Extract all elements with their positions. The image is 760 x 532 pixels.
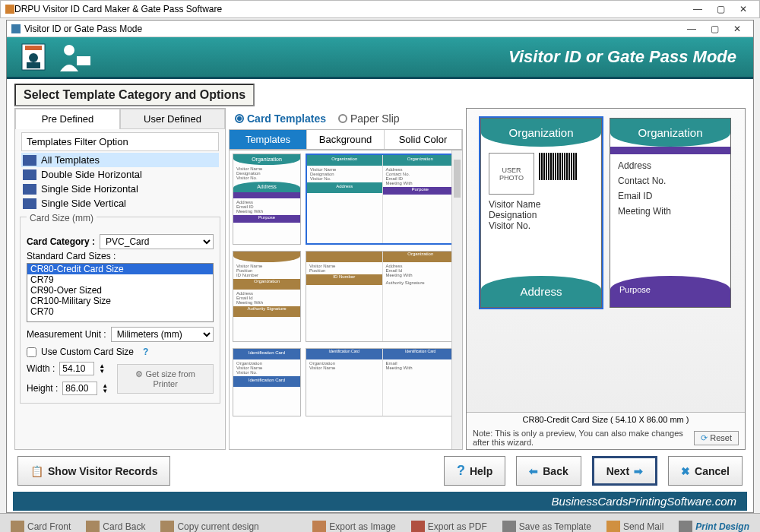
midtab-background[interactable]: Background <box>307 130 385 149</box>
height-spinner[interactable]: ▲▼ <box>102 383 108 394</box>
export-pdf-tool[interactable]: Export as PDF <box>405 519 493 533</box>
template-thumb-5[interactable]: Identification Card OrganizationVisitor … <box>233 348 301 416</box>
middle-panel: Card Templates Paper Slip Templates Back… <box>229 108 463 450</box>
svg-rect-5 <box>77 56 90 65</box>
guard-icon <box>54 41 92 73</box>
url-strip: BusinessCardsPrintingSoftware.com <box>13 492 747 511</box>
radio-card-templates[interactable]: Card Templates <box>235 112 326 125</box>
titlebar-outer: DRPU Visitor ID Card Maker & Gate Pass S… <box>0 0 760 18</box>
cancel-button[interactable]: ✖Cancel <box>668 456 743 486</box>
send-mail-tool[interactable]: Send Mail <box>600 519 670 533</box>
back-button[interactable]: ⬅Back <box>516 456 581 486</box>
show-visitor-records-button[interactable]: 📋Show Visitor Records <box>17 456 170 486</box>
template-icon <box>23 155 36 166</box>
help-icon[interactable]: ? <box>143 347 148 357</box>
subwindow-titlebar: Visitor ID or Gate Pass Mode — ▢ ✕ <box>7 21 753 37</box>
sub-close-button[interactable]: ✕ <box>726 24 749 34</box>
size-cr79[interactable]: CR79 <box>27 274 213 285</box>
size-cr70[interactable]: CR70 <box>27 306 213 317</box>
subwindow-icon <box>11 24 21 33</box>
card-size-fieldset: Card Size (mm) Card Category : PVC_Card … <box>20 217 220 404</box>
preview-canvas: Organization USER PHOTO Visitor Name Des… <box>467 109 745 412</box>
width-label: Width : <box>27 363 55 374</box>
mail-icon <box>606 521 620 533</box>
next-button[interactable]: Next➡ <box>592 456 657 486</box>
size-cr80[interactable]: CR80-Credit Card Size <box>27 264 213 274</box>
card-front-icon <box>11 521 24 533</box>
thumbnails-scrollbar[interactable] <box>451 150 462 449</box>
svg-point-2 <box>29 53 38 62</box>
size-cr100[interactable]: CR100-Military Size <box>27 296 213 306</box>
size-cr90[interactable]: CR90-Over Sized <box>27 285 213 296</box>
card-category-label: Card Category : <box>27 236 95 247</box>
svg-point-4 <box>64 45 74 55</box>
height-input[interactable] <box>62 382 97 395</box>
cross-icon: ✖ <box>681 465 690 477</box>
template-icon <box>23 184 36 195</box>
copy-design-tool[interactable]: Copy current design <box>154 519 264 533</box>
template-thumb-2[interactable]: OrganizationVisitor NameDesignationVisit… <box>306 154 459 245</box>
minimize-button[interactable]: — <box>686 4 709 14</box>
card-category-select[interactable]: PVC_Card <box>100 234 214 249</box>
left-panel: Pre Defined User Defined Templates Filte… <box>14 108 226 450</box>
custom-size-label: Use Custom Card Size <box>41 347 134 357</box>
card-back-icon <box>86 521 100 533</box>
filter-single-side-v[interactable]: Single Side Vertical <box>21 196 219 211</box>
preview-note: Note: This is only a preview, You can al… <box>473 429 694 447</box>
preview-card-front[interactable]: Organization USER PHOTO Visitor Name Des… <box>480 118 602 308</box>
banner-title: Visitor ID or Gate Pass Mode <box>92 47 744 67</box>
template-thumb-4[interactable]: Visitor NamePositionID Number Organizati… <box>306 251 459 342</box>
get-size-button[interactable]: ⚙ Get size from Printer <box>117 364 214 394</box>
unit-label: Measurement Unit : <box>27 329 106 340</box>
sub-minimize-button[interactable]: — <box>680 24 703 34</box>
maximize-button[interactable]: ▢ <box>709 4 732 14</box>
contact-field: Contact No. <box>618 176 723 186</box>
arrow-left-icon: ⬅ <box>529 465 538 477</box>
preview-card-back[interactable]: Organization Address Contact No. Email I… <box>610 118 731 308</box>
width-spinner[interactable]: ▲▼ <box>99 363 105 374</box>
banner: Visitor ID or Gate Pass Mode <box>7 37 753 79</box>
reset-button[interactable]: ⟳Reset <box>694 431 739 445</box>
records-icon: 📋 <box>30 465 43 477</box>
help-button[interactable]: ?Help <box>444 456 505 486</box>
card-front-header: Organization <box>481 119 601 147</box>
print-design-tool[interactable]: Print Design <box>673 519 755 533</box>
standard-sizes-listbox[interactable]: CR80-Credit Card Size CR79 CR90-Over Siz… <box>27 263 214 322</box>
filter-single-side-h[interactable]: Single Side Horizontal <box>21 182 219 196</box>
template-thumb-1[interactable]: Organization Visitor NameDesignationVisi… <box>233 154 301 245</box>
width-input[interactable] <box>59 362 94 375</box>
template-thumb-3[interactable]: Visitor NamePositionID Number Organizati… <box>233 251 301 342</box>
filter-all-templates[interactable]: All Templates <box>21 153 219 167</box>
midtab-templates[interactable]: Templates <box>230 130 307 149</box>
arrow-right-icon: ➡ <box>634 465 643 477</box>
close-button[interactable]: ✕ <box>732 4 755 14</box>
visitor-badge-icon <box>16 41 51 73</box>
card-front-tool[interactable]: Card Front <box>5 519 77 533</box>
wizard-buttons: 📋Show Visitor Records ?Help ⬅Back Next➡ … <box>7 450 753 492</box>
barcode-icon <box>539 153 577 180</box>
tab-predefined[interactable]: Pre Defined <box>15 109 120 129</box>
export-image-tool[interactable]: Export as Image <box>306 519 401 533</box>
card-back-footer: Purpose <box>610 276 730 307</box>
card-back-tool[interactable]: Card Back <box>80 519 151 533</box>
sub-maximize-button[interactable]: ▢ <box>703 24 726 34</box>
card-back-header: Organization <box>610 119 730 147</box>
email-field: Email ID <box>618 191 723 201</box>
preview-size-label: CR80-Credit Card Size ( 54.10 X 86.00 mm… <box>467 412 745 426</box>
preview-panel: Organization USER PHOTO Visitor Name Des… <box>466 108 746 450</box>
app-icon <box>5 5 14 14</box>
radio-paper-slip[interactable]: Paper Slip <box>338 112 400 125</box>
svg-rect-3 <box>27 62 40 68</box>
visitor-no-field: Visitor No. <box>489 220 594 231</box>
height-label: Height : <box>27 383 58 394</box>
midtab-solid-color[interactable]: Solid Color <box>385 130 462 149</box>
save-template-tool[interactable]: Save as Template <box>496 519 597 533</box>
custom-size-checkbox[interactable] <box>27 347 36 357</box>
tab-userdefined[interactable]: User Defined <box>120 109 225 129</box>
svg-rect-1 <box>25 46 42 50</box>
filter-double-side-h[interactable]: Double Side Horizontal <box>21 167 219 182</box>
filter-heading: Templates Filter Option <box>21 132 219 151</box>
designation-field: Designation <box>489 210 594 220</box>
template-thumb-6[interactable]: Identification CardOrganizationVisitor N… <box>306 348 459 416</box>
unit-select[interactable]: Milimeters (mm) <box>111 327 214 342</box>
